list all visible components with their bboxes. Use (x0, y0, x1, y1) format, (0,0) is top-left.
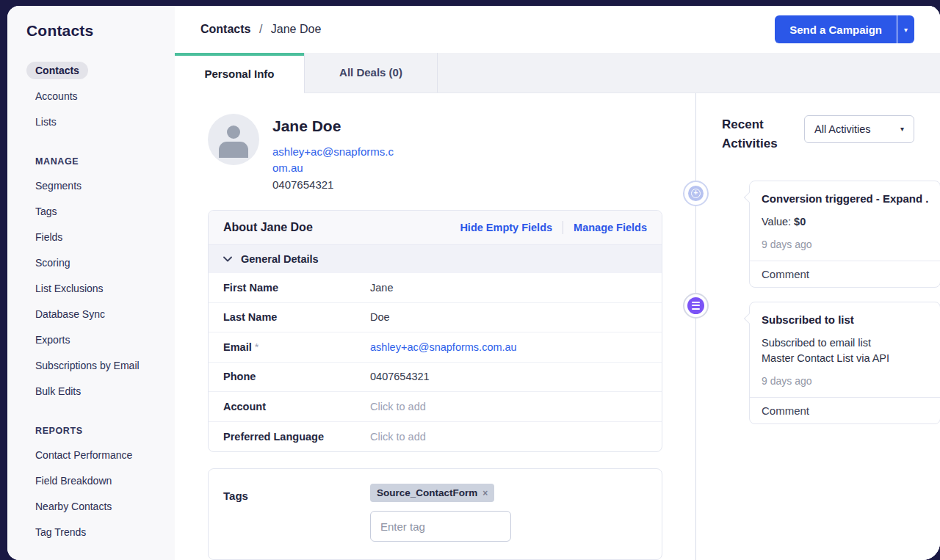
sidebar-nav: Contacts Accounts Lists MANAGE Segments … (26, 62, 175, 549)
sidebar-item-nearby-contacts[interactable]: Nearby Contacts (26, 498, 120, 515)
activity-value-line: Value: $0 (762, 214, 928, 230)
sidebar-item-tag-trends[interactable]: Tag Trends (26, 523, 95, 541)
sidebar-item-accounts[interactable]: Accounts (26, 87, 87, 105)
required-mark: * (255, 341, 259, 353)
content: Jane Doe ashley+ac@snapforms.c om.au 040… (175, 93, 940, 560)
main-area: Contacts / Jane Doe Send a Campaign ▾ Pe… (175, 6, 940, 560)
field-row-email[interactable]: Email* ashley+ac@snapforms.com.au (209, 332, 662, 363)
sidebar-item-fields[interactable]: Fields (26, 228, 71, 246)
activity-timestamp: 9 days ago (762, 239, 928, 250)
breadcrumb-current: Jane Doe (271, 23, 322, 35)
contact-name: Jane Doe (272, 117, 394, 135)
activity-card-subscribed: Subscribed to list Subscribed to email l… (749, 302, 940, 424)
sidebar-item-lists[interactable]: Lists (26, 113, 65, 131)
sidebar: Contacts Contacts Accounts Lists MANAGE … (7, 6, 175, 560)
sidebar-item-database-sync[interactable]: Database Sync (26, 305, 114, 323)
about-card-header: About Jane Doe Hide Empty Fields Manage … (209, 211, 662, 245)
conversion-icon: + (688, 186, 704, 201)
sidebar-item-segments[interactable]: Segments (26, 177, 90, 194)
contact-email-link[interactable]: ashley+ac@snapforms.c om.au (272, 144, 394, 177)
recent-activities-title: Recent Activities (722, 115, 788, 154)
tag-chip[interactable]: Source_ContactForm × (370, 484, 494, 502)
field-row-phone[interactable]: Phone 0407654321 (209, 363, 662, 393)
topbar: Contacts / Jane Doe Send a Campaign ▾ (175, 6, 940, 53)
breadcrumb: Contacts / Jane Doe (200, 23, 321, 36)
tab-personal-info[interactable]: Personal Info (175, 53, 304, 92)
sidebar-item-list-exclusions[interactable]: List Exclusions (26, 280, 112, 297)
remove-tag-icon[interactable]: × (482, 488, 488, 498)
field-row-first-name[interactable]: First Name Jane (209, 273, 662, 303)
general-details-toggle[interactable]: General Details (209, 245, 662, 273)
list-timeline-node (683, 293, 709, 319)
manage-fields-link[interactable]: Manage Fields (574, 222, 647, 233)
send-campaign-caret-button[interactable]: ▾ (897, 15, 914, 43)
app-panel: Contacts Contacts Accounts Lists MANAGE … (7, 6, 940, 560)
field-row-last-name[interactable]: Last Name Doe (209, 303, 662, 333)
list-icon (687, 297, 704, 314)
caret-down-icon: ▾ (900, 125, 904, 133)
tab-strip: Personal Info All Deals (0) (175, 53, 940, 92)
divider (563, 221, 563, 234)
hide-empty-fields-link[interactable]: Hide Empty Fields (460, 222, 552, 233)
sidebar-item-field-breakdown[interactable]: Field Breakdown (26, 472, 120, 490)
contact-detail-column: Jane Doe ashley+ac@snapforms.c om.au 040… (175, 93, 695, 560)
sidebar-item-contacts[interactable]: Contacts (26, 62, 88, 79)
field-row-preferred-language[interactable]: Preferred Language Click to add (209, 422, 662, 452)
contact-phone: 0407654321 (272, 177, 394, 194)
sidebar-title: Contacts (26, 22, 175, 40)
sidebar-item-contact-performance[interactable]: Contact Performance (26, 446, 141, 464)
conversion-timeline-node: + (683, 181, 709, 206)
comment-button[interactable]: Comment (750, 261, 940, 287)
activity-title: Subscribed to list (762, 313, 928, 326)
about-card-title: About Jane Doe (223, 221, 313, 234)
sidebar-item-tags[interactable]: Tags (26, 203, 66, 220)
activity-body: Subscribed to email list Master Contact … (762, 335, 928, 366)
activities-filter-dropdown[interactable]: All Activities ▾ (804, 115, 914, 143)
activity-timestamp: 9 days ago (762, 375, 928, 387)
tags-label: Tags (223, 484, 370, 542)
caret-down-icon: ▾ (904, 26, 908, 34)
sidebar-item-exports[interactable]: Exports (26, 331, 79, 349)
tag-input[interactable] (370, 511, 511, 542)
tab-all-deals[interactable]: All Deals (0) (304, 53, 438, 92)
activity-card-conversion: Conversion triggered - Expand ... Value:… (749, 181, 940, 288)
email-value-link[interactable]: ashley+ac@snapforms.com.au (370, 341, 517, 353)
contact-header: Jane Doe ashley+ac@snapforms.c om.au 040… (208, 114, 695, 194)
sidebar-section-reports: REPORTS (26, 426, 175, 436)
sidebar-item-scoring[interactable]: Scoring (26, 254, 79, 272)
field-row-account[interactable]: Account Click to add (209, 392, 662, 422)
send-campaign-button[interactable]: Send a Campaign (775, 15, 897, 43)
person-icon (227, 126, 240, 139)
breadcrumb-separator: / (259, 23, 262, 35)
sidebar-item-bulk-edits[interactable]: Bulk Edits (26, 382, 90, 400)
activities-panel: Recent Activities All Activities ▾ + Con… (695, 93, 940, 560)
sidebar-section-manage: MANAGE (26, 156, 175, 167)
avatar (208, 114, 259, 165)
chevron-down-icon (223, 256, 232, 262)
sidebar-item-subscriptions-by-email[interactable]: Subscriptions by Email (26, 357, 148, 374)
comment-button[interactable]: Comment (750, 397, 940, 423)
breadcrumb-contacts[interactable]: Contacts (200, 23, 250, 35)
send-campaign-split-button: Send a Campaign ▾ (775, 15, 914, 43)
activity-title: Conversion triggered - Expand ... (762, 192, 928, 205)
tags-card: Tags Source_ContactForm × (208, 468, 662, 560)
about-card: About Jane Doe Hide Empty Fields Manage … (208, 210, 662, 452)
